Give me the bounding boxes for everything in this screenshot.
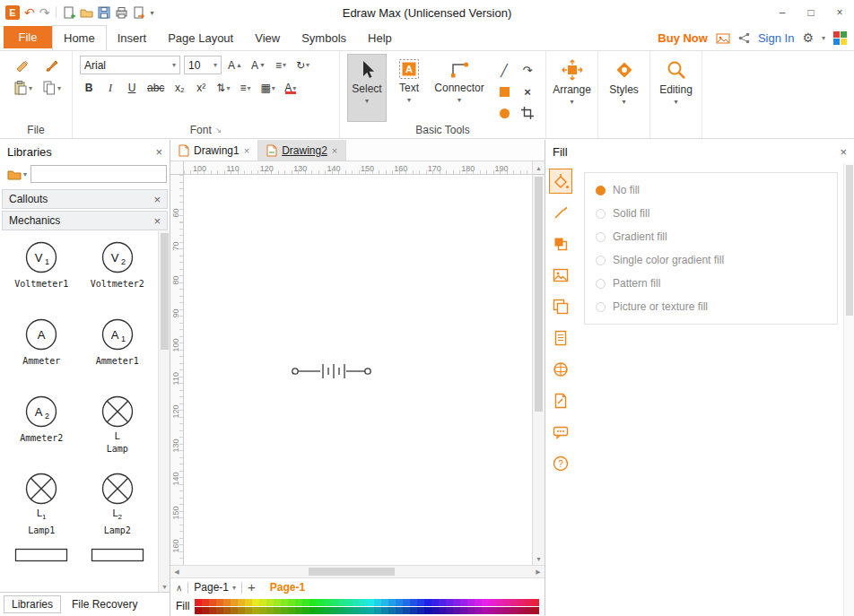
comment-tool[interactable] [549, 420, 572, 445]
color-swatch[interactable] [231, 599, 238, 606]
color-swatch[interactable] [331, 599, 338, 606]
line-style-tool[interactable] [549, 200, 572, 225]
color-swatch[interactable] [503, 599, 510, 606]
text-tool-button[interactable]: A Text ▾ [389, 54, 429, 122]
color-swatch[interactable] [460, 599, 467, 606]
color-swatch[interactable] [525, 599, 532, 606]
subscript-button[interactable]: x₂ [170, 79, 188, 97]
library-symbol-lamp2[interactable]: L2Lamp2 [80, 468, 156, 542]
color-swatch[interactable] [439, 599, 446, 606]
color-swatch[interactable] [532, 607, 539, 614]
color-swatch[interactable] [381, 599, 388, 606]
color-swatch[interactable] [446, 607, 453, 614]
color-swatch[interactable] [396, 607, 403, 614]
library-symbol-ammeter2[interactable]: A2Ammeter2 [4, 391, 80, 464]
color-swatch[interactable] [338, 599, 345, 606]
background-tool[interactable] [549, 294, 572, 319]
libraries-close-icon[interactable]: × [155, 145, 162, 159]
color-swatch[interactable] [496, 599, 503, 606]
radio-icon[interactable] [596, 302, 606, 312]
bold-button[interactable]: B [80, 79, 98, 97]
color-swatch[interactable] [281, 599, 288, 606]
horizontal-scrollbar-track[interactable] [183, 566, 532, 578]
strikethrough-button[interactable]: abc [144, 79, 167, 97]
font-color-button[interactable]: A▾ [282, 79, 300, 97]
library-folder-caret-icon[interactable]: ▾ [23, 170, 27, 178]
library-symbol-ammeter1[interactable]: A1Ammeter1 [80, 314, 156, 387]
fill-option-gradient-fill[interactable]: Gradient fill [585, 225, 837, 248]
color-swatch[interactable] [510, 599, 518, 606]
color-swatch[interactable] [475, 607, 482, 614]
page-dropdown-caret-icon[interactable]: ▾ [232, 584, 236, 592]
font-family-caret-icon[interactable]: ▾ [172, 61, 176, 69]
underline-button[interactable]: U [123, 79, 141, 97]
fill-option-picture-or-texture-fill[interactable]: Picture or texture fill [585, 295, 837, 318]
share-icon[interactable] [738, 32, 750, 44]
library-symbol-voltmeter1[interactable]: V1Voltmeter1 [4, 237, 80, 310]
color-swatch[interactable] [274, 599, 281, 606]
menu-tab-page-layout[interactable]: Page Layout [157, 25, 244, 50]
color-swatch[interactable] [288, 607, 295, 614]
picture-tool[interactable] [549, 263, 572, 288]
ellipse-tool-icon[interactable] [500, 108, 510, 118]
undo-icon[interactable]: ↶ [24, 5, 35, 20]
arrange-button[interactable]: Arrange ▾ [546, 54, 597, 106]
connector-tool-button[interactable]: Connector ▾ [431, 54, 487, 122]
sign-in-link[interactable]: Sign In [758, 31, 794, 45]
color-swatch[interactable] [403, 607, 410, 614]
language-pinwheel-icon[interactable] [833, 31, 847, 45]
color-swatch[interactable] [245, 599, 252, 606]
copy-icon[interactable]: ▾ [39, 80, 63, 96]
canvas-scroll-down-icon[interactable]: ▼ [533, 553, 545, 565]
color-swatch[interactable] [223, 607, 231, 614]
color-swatch[interactable] [410, 599, 417, 606]
color-swatch[interactable] [281, 607, 288, 614]
color-swatch[interactable] [367, 607, 374, 614]
canvas-page[interactable] [184, 175, 532, 565]
color-swatch[interactable] [353, 607, 360, 614]
color-swatch[interactable] [202, 607, 209, 614]
canvas-scroll-right-icon[interactable]: ▶ [532, 566, 545, 578]
color-swatch[interactable] [245, 607, 252, 614]
library-section-callouts[interactable]: Callouts × [2, 189, 168, 209]
library-symbol-lamp[interactable]: LLamp [80, 391, 156, 464]
callouts-close-icon[interactable]: × [153, 193, 161, 206]
color-swatch[interactable] [216, 599, 223, 606]
color-swatch[interactable] [410, 607, 417, 614]
color-swatch[interactable] [446, 599, 453, 606]
color-swatch[interactable] [396, 599, 403, 606]
menu-tab-symbols[interactable]: Symbols [291, 25, 357, 50]
color-swatch[interactable] [518, 599, 525, 606]
color-swatch[interactable] [489, 599, 496, 606]
color-swatch[interactable] [482, 599, 489, 606]
font-family-combo[interactable]: Arial ▾ [80, 56, 180, 74]
libraries-scrollbar-thumb[interactable] [161, 233, 169, 350]
color-swatch[interactable] [259, 607, 266, 614]
shrink-font-button[interactable]: A▼ [248, 56, 268, 74]
fill-option-no-fill[interactable]: No fill [585, 178, 837, 202]
select-tool-button[interactable]: Select ▾ [347, 54, 387, 122]
color-swatch[interactable] [374, 607, 381, 614]
fill-panel-close-icon[interactable]: × [840, 145, 847, 159]
color-swatch[interactable] [324, 599, 331, 606]
color-swatch[interactable] [532, 599, 539, 606]
page-dropdown[interactable]: Page-1 ▾ [194, 581, 236, 594]
line-tool-icon[interactable]: ╱ [501, 64, 508, 77]
crop-tool-icon[interactable] [520, 106, 535, 120]
color-swatch[interactable] [309, 599, 317, 606]
color-swatch[interactable] [510, 607, 518, 614]
fill-option-single-color-gradient-fill[interactable]: Single color gradient fill [585, 248, 837, 272]
fill-option-pattern-fill[interactable]: Pattern fill [585, 272, 837, 295]
color-swatch[interactable] [460, 607, 467, 614]
table-borders-button[interactable]: ▦▾ [257, 79, 277, 97]
color-swatch[interactable] [195, 607, 202, 614]
color-swatch[interactable] [475, 599, 482, 606]
maximize-button[interactable]: □ [797, 0, 825, 25]
mechanics-close-icon[interactable]: × [153, 214, 161, 228]
color-swatch[interactable] [252, 607, 259, 614]
library-symbol-voltmeter2[interactable]: V2Voltmeter2 [80, 237, 156, 310]
horizontal-scrollbar-thumb[interactable] [309, 568, 395, 576]
hyperlink-tool[interactable] [549, 357, 572, 382]
battery-symbol[interactable] [290, 361, 372, 381]
rectangle-tool-icon[interactable] [500, 87, 510, 97]
